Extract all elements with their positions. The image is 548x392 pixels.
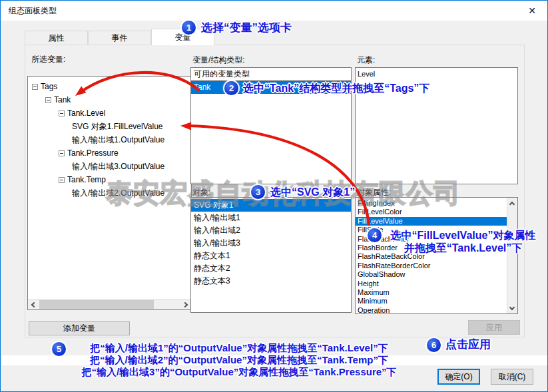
tree-node-label: SVG 对象1.FillLevelValue — [72, 121, 163, 132]
step-4-line-2: 并拖拽至“Tank.Level”下 — [382, 242, 545, 254]
tree-node[interactable]: 输入/输出域1.OutputValue — [28, 133, 191, 146]
apply-button[interactable]: 应用 — [468, 320, 520, 335]
ok-button[interactable]: 确定(O) — [437, 369, 480, 385]
object-list[interactable]: SVG 对象1输入/输出域1输入/输出域2输入/输出域3静态文本1静态文本2静态… — [190, 197, 352, 313]
step-2-badge: 2 — [224, 81, 238, 95]
tree-node[interactable]: SVG 对象1.FillLevelValue — [28, 120, 191, 133]
step-4-line-1: 选中“FillLevelValue”对象属性 — [382, 229, 545, 242]
selected-variables-label: 所选变量: — [31, 54, 65, 65]
tree-node[interactable]: Tags — [28, 80, 191, 93]
scroll-down-icon[interactable] — [507, 303, 517, 313]
scroll-up-icon[interactable] — [507, 198, 517, 208]
collapse-icon[interactable] — [32, 84, 38, 90]
tab-properties[interactable]: 属性 — [25, 31, 88, 45]
collapse-icon[interactable] — [59, 177, 65, 183]
collapse-icon[interactable] — [45, 97, 51, 103]
property-list-item[interactable]: FlashRateBorderColor — [356, 262, 507, 270]
tree-node-label: Tank.Level — [67, 108, 105, 118]
property-list-item[interactable]: Minimum — [356, 297, 507, 305]
step-4-note: 选中“FillLevelValue”对象属性 并拖拽至“Tank.Level”下 — [382, 229, 545, 254]
tab-events[interactable]: 事件 — [88, 31, 151, 45]
step-5-line-1: 把“输入/输出域1”的“OutputValue”对象属性拖拽至“Tank.Lev… — [66, 342, 412, 354]
tree-node-label: Tags — [41, 82, 57, 91]
type-list-item[interactable]: 可用的变量类型 — [191, 68, 351, 81]
element-list-item[interactable]: Level — [356, 69, 517, 79]
step-1-note: 选择“变量”选项卡 — [201, 21, 292, 34]
object-list-item[interactable]: 静态文本1 — [191, 250, 351, 262]
property-list-item[interactable]: GlobalShadow — [356, 270, 507, 279]
step-2-note: 选中“Tank”结构类型并拖拽至“Tags”下 — [243, 82, 429, 95]
step-5-line-3: 把“输入/输出域3”的“OutputValue”对象属性拖拽至“Tank.Pre… — [66, 366, 412, 378]
tree-horizontal-scrollbar[interactable] — [28, 299, 191, 309]
config-panel-type-dialog: 组态面板类型 ✕ 属性 事件 变量 所选变量: 变量/结构类型: 元素: 对象:… — [0, 0, 548, 392]
object-list-item[interactable]: SVG 对象1 — [191, 199, 351, 212]
property-list-item[interactable]: Height — [356, 280, 507, 288]
scroll-left-icon[interactable] — [28, 299, 39, 310]
property-list-item[interactable]: Maximum — [356, 288, 507, 297]
step-5-badge: 5 — [52, 342, 66, 356]
object-list-item[interactable]: 静态文本3 — [191, 275, 351, 288]
tree-node[interactable]: 输入/输出域3.OutputValue — [28, 160, 191, 173]
collapse-icon[interactable] — [59, 150, 65, 156]
step-6-badge: 6 — [427, 338, 441, 352]
step-6-note: 点击应用 — [445, 338, 491, 351]
tree-node-label: Tank.Temp — [67, 175, 106, 184]
title-bar: 组态面板类型 ✕ — [1, 1, 547, 21]
step-1-badge: 1 — [182, 21, 196, 35]
tree-node-label: 输入/输出域1.OutputValue — [72, 134, 164, 146]
step-3-badge: 3 — [251, 185, 265, 199]
object-list-item[interactable]: 输入/输出域3 — [191, 237, 351, 250]
tree-node[interactable]: Tank.Temp — [28, 173, 191, 186]
scroll-right-icon[interactable] — [180, 299, 191, 310]
tree-node-label: 输入/输出域2.OutputValue — [72, 188, 164, 199]
tree-node[interactable]: Tank.Level — [28, 106, 191, 120]
step-4-badge: 4 — [368, 228, 382, 242]
tree-node-label: Tank — [54, 95, 71, 104]
property-list-item[interactable]: FillLevelColor — [356, 208, 507, 216]
element-list-label: 元素: — [357, 55, 375, 66]
tree-node[interactable]: Tank — [28, 93, 191, 106]
property-list-item[interactable]: Operation — [356, 306, 507, 314]
object-list-item[interactable]: 静态文本2 — [191, 262, 351, 275]
step-5-note: 把“输入/输出域1”的“OutputValue”对象属性拖拽至“Tank.Lev… — [66, 342, 412, 378]
step-3-note: 选中“SVG 对象1” — [270, 186, 355, 198]
type-list-label: 变量/结构类型: — [192, 55, 245, 66]
dialog-title: 组态面板类型 — [9, 1, 57, 21]
tree-node-label: Tank.Pressure — [67, 148, 119, 158]
step-5-line-2: 把“输入/输出域2”的“OutputValue”对象属性拖拽至“Tank.Tem… — [66, 354, 412, 366]
tree-node[interactable]: 输入/输出域2.OutputValue — [28, 186, 191, 200]
scrollbar-thumb[interactable] — [39, 300, 154, 309]
collapse-icon[interactable] — [59, 110, 65, 116]
close-icon[interactable]: ✕ — [521, 1, 543, 21]
object-list-item[interactable]: 输入/输出域2 — [191, 224, 351, 237]
property-list-item[interactable]: FillLevelValue — [356, 217, 507, 226]
property-vertical-scrollbar[interactable] — [507, 198, 517, 313]
tree-node[interactable]: Tank.Pressure — [28, 146, 191, 160]
add-variable-button[interactable]: 添加变量 — [29, 321, 130, 335]
selected-variables-tree[interactable]: Tags Tank Tank.Level SVG 对象1.FillLevelVa… — [27, 76, 192, 310]
cancel-button[interactable]: 取消(C) — [491, 369, 533, 385]
object-list-item[interactable]: 输入/输出域1 — [191, 212, 351, 224]
property-list-item[interactable]: FillingIndex — [356, 199, 507, 208]
tree-node-label: 输入/输出域3.OutputValue — [72, 161, 164, 172]
property-list[interactable]: FillingIndexFillLevelColorFillLevelValue… — [355, 197, 518, 314]
